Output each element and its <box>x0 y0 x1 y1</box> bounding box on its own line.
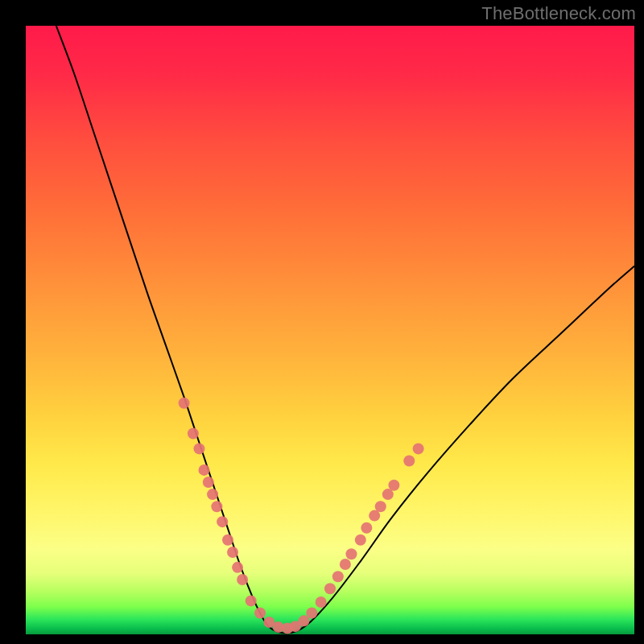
data-dot <box>413 443 424 454</box>
watermark-label: TheBottleneck.com <box>481 3 636 24</box>
data-dot <box>246 595 257 606</box>
data-dot <box>237 574 248 585</box>
data-dot <box>254 608 266 619</box>
data-dot <box>207 489 218 500</box>
data-dot <box>355 535 366 546</box>
data-dot <box>375 501 386 512</box>
data-dot <box>222 535 233 546</box>
bottleneck-curve-path <box>56 26 634 634</box>
data-dot <box>232 562 243 573</box>
data-dot <box>179 398 190 409</box>
data-dot <box>403 456 415 467</box>
data-dot <box>345 548 357 559</box>
data-dot <box>188 428 199 440</box>
data-dot <box>361 522 372 534</box>
dot-clusters <box>179 398 424 634</box>
data-dot <box>388 480 399 491</box>
data-dot <box>332 571 344 582</box>
data-dot <box>203 477 214 488</box>
data-dot <box>227 547 238 558</box>
data-dot <box>211 501 222 512</box>
data-dot <box>306 608 317 619</box>
plot-area <box>26 26 634 634</box>
data-dot <box>340 559 351 570</box>
bottleneck-curve <box>56 26 634 634</box>
chart-svg <box>26 26 634 634</box>
data-dot <box>193 443 204 454</box>
data-dot <box>324 583 336 594</box>
data-dot <box>199 464 210 476</box>
data-dot <box>217 516 228 527</box>
data-dot <box>316 597 327 608</box>
